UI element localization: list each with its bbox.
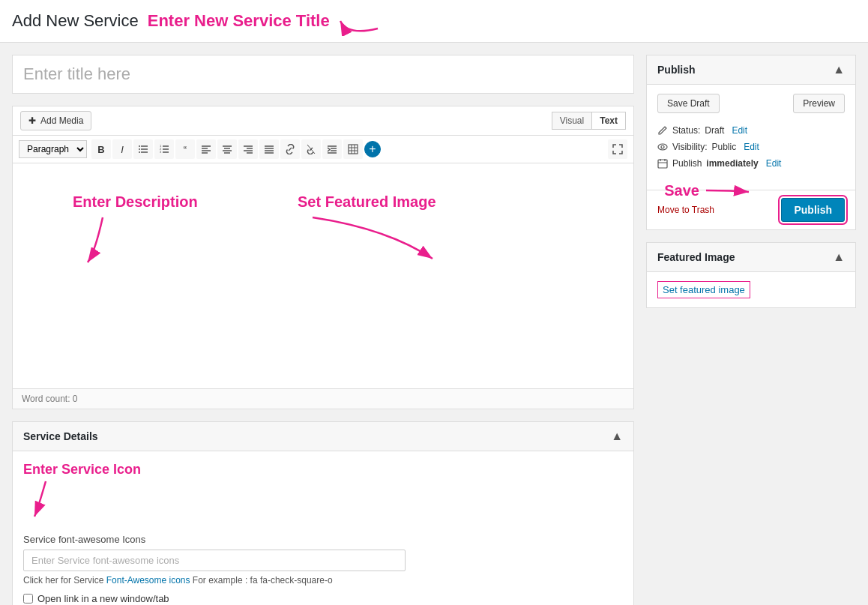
title-input[interactable] (13, 55, 633, 93)
publish-box: Publish ▲ Save Draft Preview Status: Dra… (646, 55, 856, 230)
service-details-title: Service Details (23, 430, 98, 442)
visibility-edit-link[interactable]: Edit (744, 142, 759, 152)
top-bar: Add New Service Enter New Service Title (0, 0, 868, 43)
publish-box-title: Publish (657, 64, 696, 76)
paragraph-select[interactable]: Paragraph (19, 140, 87, 158)
editor-toolbar-top: ✚ Add Media Visual Text (13, 106, 633, 136)
align-left-button[interactable] (196, 139, 216, 159)
align-justify-icon (264, 144, 274, 154)
publish-meta: Status: Draft Edit Visibility: Public Ed… (657, 122, 845, 172)
ul-icon (138, 144, 148, 154)
set-featured-image-link[interactable]: Set featured image (657, 281, 750, 298)
font-awesome-link[interactable]: Font-Awesome icons (106, 575, 190, 586)
pencil-icon (657, 125, 668, 136)
publish-box-header: Publish ▲ (647, 55, 855, 85)
status-row: Status: Draft Edit (657, 122, 845, 139)
icon-field-label: Service font-awesome Icons (23, 534, 623, 545)
move-trash-link[interactable]: Move to Trash (657, 205, 714, 215)
publish-button[interactable]: Publish (781, 198, 845, 222)
side-column: Publish ▲ Save Draft Preview Status: Dra… (646, 55, 856, 605)
annotation-title: Enter New Service Title (148, 11, 330, 31)
help-text-prefix: Click her for Service (23, 575, 106, 586)
ul-button[interactable] (133, 139, 153, 159)
visibility-row: Visibility: Public Edit (657, 139, 845, 155)
svg-point-5 (139, 148, 140, 150)
svg-text:3: 3 (160, 150, 162, 154)
align-justify-button[interactable] (259, 139, 279, 159)
featured-image-body: Set featured image (647, 272, 855, 307)
new-window-checkbox[interactable] (23, 594, 33, 604)
featured-image-box: Featured Image ▲ Set featured image (646, 242, 856, 308)
schedule-row: Publish immediately Edit (657, 155, 845, 172)
unlink-button[interactable] (301, 139, 321, 159)
link-icon (285, 144, 295, 154)
annotation-featured-block: Set Featured Image (298, 193, 447, 274)
publish-collapse-button[interactable]: ▲ (833, 63, 845, 76)
blockquote-button[interactable]: “ (175, 139, 195, 159)
annotation-description-text: Enter Description (73, 193, 198, 210)
service-details-body: Enter Service Icon Service (13, 451, 633, 605)
indent-icon (327, 144, 337, 154)
new-window-label: Open link in a new window/tab (37, 593, 169, 604)
svg-rect-34 (349, 145, 358, 154)
service-details-header: Service Details ▲ (13, 422, 633, 451)
link-button[interactable] (280, 139, 300, 159)
formatting-toolbar: Paragraph B I 123 “ (13, 136, 633, 163)
help-text: Click her for Service Font-Awesome icons… (23, 575, 623, 586)
help-text-suffix: For example : fa fa-check-square-o (190, 575, 333, 586)
service-details-collapse-button[interactable]: ▲ (611, 430, 623, 443)
featured-image-title: Featured Image (657, 251, 735, 263)
arrow-description-icon (73, 214, 133, 274)
align-right-icon (243, 144, 253, 154)
add-media-label: Add Media (40, 115, 83, 126)
table-button[interactable] (343, 139, 363, 159)
table-icon (348, 144, 358, 154)
page-wrapper: Add New Service Enter New Service Title (0, 0, 868, 605)
status-label: Status: (672, 125, 700, 136)
svg-point-6 (139, 151, 140, 153)
eye-icon (657, 142, 668, 152)
svg-point-4 (139, 145, 140, 147)
italic-button[interactable]: I (112, 139, 132, 159)
align-center-button[interactable] (217, 139, 237, 159)
schedule-value: immediately (706, 158, 758, 169)
fullscreen-icon (612, 144, 623, 154)
add-media-icon: ✚ (28, 115, 36, 126)
arrow-title-icon (333, 6, 393, 36)
schedule-label: Publish (672, 158, 702, 169)
editor-body[interactable]: Enter Description Set Featured (13, 163, 633, 388)
visual-tab[interactable]: Visual (552, 112, 591, 130)
bold-button[interactable]: B (91, 139, 111, 159)
main-column: ✚ Add Media Visual Text Paragraph B I (12, 55, 634, 605)
publish-body: Save Draft Preview Status: Draft Edit Vi… (647, 85, 855, 190)
schedule-edit-link[interactable]: Edit (766, 158, 782, 169)
svg-line-29 (307, 145, 315, 154)
annotation-icon-block: Enter Service Icon (23, 462, 623, 525)
preview-button[interactable]: Preview (793, 94, 845, 113)
arrow-icon-annotation (23, 478, 68, 523)
checkbox-row: Open link in a new window/tab (23, 593, 623, 604)
featured-image-header: Featured Image ▲ (647, 243, 855, 272)
title-section (12, 55, 634, 94)
content-area: ✚ Add Media Visual Text Paragraph B I (0, 43, 868, 605)
text-tab[interactable]: Text (591, 112, 626, 130)
align-right-button[interactable] (238, 139, 258, 159)
visibility-label: Visibility: (672, 142, 707, 152)
publish-footer: Move to Trash Save (647, 190, 855, 229)
add-media-button[interactable]: ✚ Add Media (20, 111, 91, 130)
publish-actions: Save Draft Preview (657, 94, 845, 113)
annotation-icon-text: Enter Service Icon (23, 462, 141, 478)
visibility-value: Public (711, 142, 736, 152)
fullscreen-button[interactable] (608, 139, 627, 159)
indent-button[interactable] (322, 139, 342, 159)
featured-image-collapse-button[interactable]: ▲ (833, 250, 845, 264)
icon-input[interactable] (23, 550, 406, 571)
editor-section: ✚ Add Media Visual Text Paragraph B I (12, 106, 634, 409)
add-block-button[interactable]: + (364, 141, 381, 157)
annotation-featured-text: Set Featured Image (298, 193, 436, 210)
unlink-icon (306, 144, 316, 154)
svg-point-42 (658, 144, 667, 150)
status-edit-link[interactable]: Edit (732, 125, 747, 136)
save-draft-button[interactable]: Save Draft (657, 94, 720, 113)
ol-button[interactable]: 123 (154, 139, 174, 159)
